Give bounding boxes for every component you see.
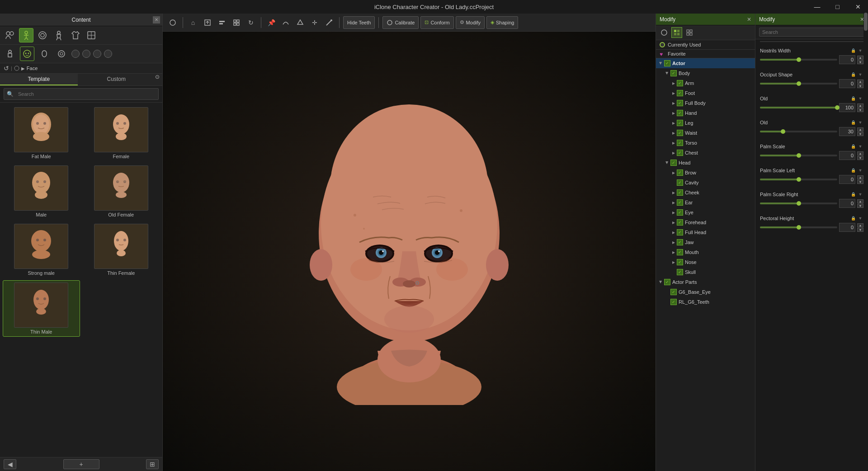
rp-mode-icon[interactable] bbox=[671, 27, 682, 38]
lock-icon-7[interactable]: 🔒 bbox=[850, 191, 856, 198]
add-button[interactable]: + bbox=[63, 459, 99, 469]
tree-arrow-nose[interactable]: ▶ bbox=[670, 259, 677, 265]
conform-button[interactable]: ⊡ Conform bbox=[420, 16, 453, 29]
mesh-icon[interactable] bbox=[294, 16, 307, 29]
tree-check-ear[interactable] bbox=[677, 199, 683, 206]
slider-palm[interactable] bbox=[760, 155, 837, 156]
slider-thumb-palm-right[interactable] bbox=[797, 201, 801, 206]
tree-arrow-hand[interactable]: ▶ bbox=[670, 110, 677, 116]
body-part2-icon[interactable] bbox=[3, 47, 17, 61]
slider-pectoral[interactable] bbox=[760, 226, 837, 228]
tree-cheek[interactable]: ▶ Cheek bbox=[656, 188, 755, 198]
tree-skull[interactable]: Skull bbox=[656, 267, 755, 277]
slider-palm-left[interactable] bbox=[760, 179, 837, 180]
tree-arrow-mouth[interactable]: ▶ bbox=[670, 249, 677, 255]
circle1-icon[interactable] bbox=[71, 50, 80, 58]
modify-button[interactable]: ⚙ Modify bbox=[456, 16, 485, 29]
char-female[interactable]: Female bbox=[83, 105, 160, 161]
content-close-button[interactable]: ✕ bbox=[153, 16, 160, 24]
rp-grid-icon[interactable] bbox=[684, 27, 695, 38]
rp-back-icon[interactable] bbox=[659, 27, 670, 38]
tree-check-cheek[interactable] bbox=[677, 189, 683, 196]
char-fat-male[interactable]: Fat Male bbox=[3, 105, 80, 161]
hide-teeth-button[interactable]: Hide Teeth bbox=[343, 16, 375, 29]
tree-head[interactable]: ▶ Head bbox=[656, 158, 755, 168]
rotate-icon[interactable]: ↻ bbox=[245, 16, 257, 29]
stepper-down-palm[interactable]: ▼ bbox=[857, 156, 863, 160]
align-icon[interactable] bbox=[216, 16, 228, 29]
prev-button[interactable]: ◀ bbox=[4, 459, 16, 469]
tree-arrow-ear[interactable]: ▶ bbox=[670, 199, 677, 206]
tree-arrow-actor[interactable]: ▶ bbox=[658, 60, 664, 66]
export-icon[interactable] bbox=[201, 16, 214, 29]
tree-check-full-head[interactable] bbox=[677, 229, 683, 236]
slider-thumb-old100[interactable] bbox=[835, 105, 840, 110]
stepper-up-palm[interactable]: ▲ bbox=[857, 151, 863, 155]
currently-used-label[interactable]: Currently Used bbox=[668, 42, 701, 47]
tree-mouth[interactable]: ▶ Mouth bbox=[656, 247, 755, 257]
tree-foot[interactable]: ▶ Foot bbox=[656, 88, 755, 98]
tree-cavity[interactable]: Cavity bbox=[656, 178, 755, 188]
scene-icon[interactable] bbox=[84, 28, 99, 42]
stepper-up-nostrils[interactable]: ▲ bbox=[857, 56, 863, 60]
slider-thumb-pectoral[interactable] bbox=[797, 225, 801, 230]
stepper-down-old30[interactable]: ▼ bbox=[857, 132, 863, 136]
texture-icon[interactable] bbox=[35, 28, 50, 42]
stepper-up-pectoral[interactable]: ▲ bbox=[857, 223, 863, 227]
tree-check-chest[interactable] bbox=[677, 150, 683, 156]
favorite-label[interactable]: Favorite bbox=[668, 51, 686, 57]
tree-nose[interactable]: ▶ Nose bbox=[656, 257, 755, 267]
tree-arrow-foot[interactable]: ▶ bbox=[670, 90, 677, 96]
hair2-icon[interactable] bbox=[37, 47, 52, 61]
scrollbar-thumb[interactable] bbox=[864, 14, 868, 31]
tree-rl-g6-teeth[interactable]: RL_G6_Teeth bbox=[656, 297, 755, 307]
slider-thumb-old30[interactable] bbox=[781, 129, 785, 134]
slider-nostrils[interactable] bbox=[760, 59, 837, 61]
favorite-heart-icon[interactable]: ♥ bbox=[660, 51, 665, 57]
tree-arrow-head[interactable]: ▶ bbox=[664, 160, 670, 166]
char-male[interactable]: Male bbox=[3, 164, 80, 219]
tree-arrow-eye[interactable]: ▶ bbox=[670, 209, 677, 216]
tab-custom[interactable]: Custom bbox=[78, 74, 156, 85]
tree-check-actor[interactable] bbox=[664, 60, 670, 66]
tree-arrow-torso[interactable]: ▶ bbox=[670, 140, 677, 146]
slider-palm-right[interactable] bbox=[760, 203, 837, 204]
stepper-down-nostrils[interactable]: ▼ bbox=[857, 60, 863, 64]
tree-arrow-forehead[interactable]: ▶ bbox=[670, 219, 677, 226]
stepper-down-pectoral[interactable]: ▼ bbox=[857, 228, 863, 232]
slider-thumb-nostrils[interactable] bbox=[797, 57, 801, 62]
tree-torso[interactable]: ▶ Torso bbox=[656, 138, 755, 148]
tree-arrow-cheek[interactable]: ▶ bbox=[670, 189, 677, 196]
tree-check-nose[interactable] bbox=[677, 259, 683, 265]
tree-check-leg[interactable] bbox=[677, 120, 683, 126]
tree-check-brow[interactable] bbox=[677, 170, 683, 176]
tree-check-rl[interactable] bbox=[670, 299, 677, 305]
tree-full-body[interactable]: ▶ Full Body bbox=[656, 98, 755, 108]
adjust-button[interactable]: ⊞ bbox=[146, 459, 159, 469]
down-icon-3[interactable]: ▼ bbox=[857, 95, 863, 102]
tree-body[interactable]: ▶ Body bbox=[656, 68, 755, 78]
tree-arrow-brow[interactable]: ▶ bbox=[670, 170, 677, 176]
stepper-up-old100[interactable]: ▲ bbox=[857, 104, 863, 108]
tree-arrow-actor-parts[interactable]: ▶ bbox=[658, 279, 664, 285]
tree-leg[interactable]: ▶ Leg bbox=[656, 118, 755, 128]
slider-occiput[interactable] bbox=[760, 83, 837, 85]
minimize-button[interactable]: — bbox=[807, 0, 827, 14]
rp-close-icon[interactable]: ✕ bbox=[747, 16, 751, 23]
tree-jaw[interactable]: ▶ Jaw bbox=[656, 237, 755, 247]
calibrate-button[interactable]: Calibrate bbox=[382, 16, 419, 29]
modify-scrollbar[interactable] bbox=[863, 14, 868, 471]
nav-icon1[interactable] bbox=[166, 16, 179, 29]
tree-arrow-full-head[interactable]: ▶ bbox=[670, 229, 677, 236]
home-icon[interactable]: ⌂ bbox=[187, 16, 199, 29]
tree-ear[interactable]: ▶ Ear bbox=[656, 198, 755, 207]
circle2-icon[interactable] bbox=[82, 50, 90, 58]
tree-check-cavity[interactable] bbox=[677, 179, 683, 186]
down-icon-1[interactable]: ▼ bbox=[857, 47, 863, 54]
tree-actor[interactable]: ▶ Actor bbox=[656, 58, 755, 68]
tree-eye[interactable]: ▶ Eye bbox=[656, 207, 755, 217]
tree-arrow-arm[interactable]: ▶ bbox=[670, 80, 677, 86]
lock-icon-1[interactable]: 🔒 bbox=[850, 47, 856, 54]
down-icon-7[interactable]: ▼ bbox=[857, 191, 863, 198]
char-strong-male[interactable]: Strong male bbox=[3, 222, 80, 278]
